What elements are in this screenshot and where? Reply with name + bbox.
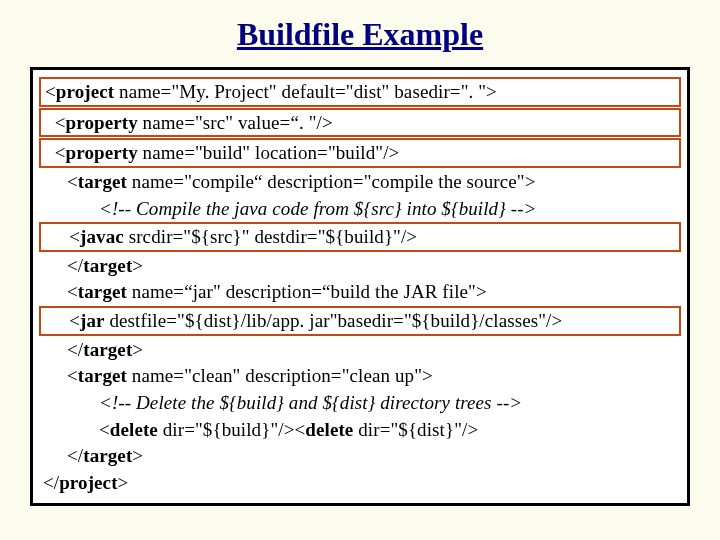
code-line: </project> bbox=[39, 470, 681, 496]
code-line: <project name="My. Project" default="dis… bbox=[39, 77, 681, 107]
code-line: <target name="compile“ description="comp… bbox=[39, 169, 681, 195]
code-line-text: </target> bbox=[43, 255, 143, 276]
code-line-text: </target> bbox=[43, 445, 143, 466]
code-line: <target name="clean" description="clean … bbox=[39, 363, 681, 389]
code-line-text: <project name="My. Project" default="dis… bbox=[45, 81, 497, 102]
code-line: </target> bbox=[39, 337, 681, 363]
code-line-text: <!-- Delete the ${build} and ${dist} dir… bbox=[43, 392, 522, 413]
code-line: <jar destfile="${dist}/lib/app. jar"base… bbox=[39, 306, 681, 336]
code-line-text: <target name="clean" description="clean … bbox=[43, 365, 433, 386]
code-line-text: </project> bbox=[43, 472, 128, 493]
code-line: <target name=“jar" description=“build th… bbox=[39, 279, 681, 305]
code-line-text: <property name="src" value=“. "/> bbox=[45, 112, 333, 133]
code-line: <property name="build" location="build"/… bbox=[39, 138, 681, 168]
code-line: </target> bbox=[39, 253, 681, 279]
code-line-text: <delete dir="${build}"/><delete dir="${d… bbox=[43, 419, 478, 440]
code-line-text: <target name="compile“ description="comp… bbox=[43, 171, 535, 192]
code-line: <property name="src" value=“. "/> bbox=[39, 108, 681, 138]
code-line-text: <target name=“jar" description=“build th… bbox=[43, 281, 487, 302]
code-line: <javac srcdir="${src}" destdir="${build}… bbox=[39, 222, 681, 252]
code-line: <!-- Delete the ${build} and ${dist} dir… bbox=[39, 390, 681, 416]
code-line-text: <!-- Compile the java code from ${src} i… bbox=[43, 198, 537, 219]
code-line-text: <jar destfile="${dist}/lib/app. jar"base… bbox=[45, 310, 562, 331]
code-box: <project name="My. Project" default="dis… bbox=[30, 67, 690, 506]
code-line-text: <javac srcdir="${src}" destdir="${build}… bbox=[45, 226, 417, 247]
code-line: </target> bbox=[39, 443, 681, 469]
slide-title: Buildfile Example bbox=[30, 16, 690, 53]
code-line: <!-- Compile the java code from ${src} i… bbox=[39, 196, 681, 222]
code-line-text: <property name="build" location="build"/… bbox=[45, 142, 399, 163]
code-line: <delete dir="${build}"/><delete dir="${d… bbox=[39, 417, 681, 443]
slide: Buildfile Example <project name="My. Pro… bbox=[0, 0, 720, 540]
code-line-text: </target> bbox=[43, 339, 143, 360]
